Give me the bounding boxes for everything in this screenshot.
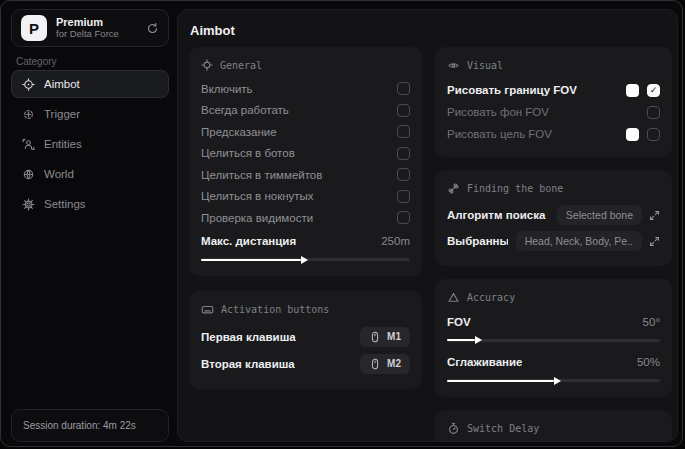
panel-finding-bone: Finding the bone Алгоритм поиска кост Se…: [435, 170, 672, 266]
panel-switch-delay-header: Switch Delay: [447, 422, 660, 435]
crosshair-icon: [201, 59, 213, 71]
draw-fov-background-label: Рисовать фон FOV: [447, 106, 549, 118]
sidebar-item-label: World: [44, 168, 74, 180]
keybind-value: M2: [387, 358, 401, 369]
slider-fill: [201, 259, 301, 261]
setting-label: Проверка видимости: [201, 212, 313, 224]
smoothing-row: Сглаживание 50%: [447, 352, 660, 374]
sidebar-item-entities[interactable]: Entities: [11, 130, 169, 158]
selected-bones-control: Head, Neck, Body, Pe..: [516, 231, 660, 251]
slider-fill: [447, 380, 554, 382]
max-distance-slider[interactable]: [201, 255, 410, 264]
smoothing-slider[interactable]: [447, 376, 660, 385]
fov-label: FOV: [447, 316, 471, 328]
target-teammates-checkbox[interactable]: [397, 168, 410, 181]
premium-title: Premium: [56, 16, 137, 29]
target-bots-checkbox[interactable]: [397, 147, 410, 160]
panel-visual-header: Visual: [447, 59, 660, 72]
target-knocked-checkbox[interactable]: [397, 190, 410, 203]
expand-icon[interactable]: [649, 236, 660, 247]
draw-fov-background-row: Рисовать фон FOV: [447, 101, 660, 123]
visibility-check-checkbox[interactable]: [397, 211, 410, 224]
smoothing-value: 50%: [637, 356, 660, 368]
draw-fov-border-row: Рисовать границу FOV: [447, 79, 660, 101]
premium-card: P Premium for Delta Force: [11, 9, 169, 47]
second-key-row: Вторая клавиша M2: [201, 350, 410, 377]
right-column: Visual Рисовать границу FOV Рисовать фон…: [435, 47, 672, 442]
entities-icon: [22, 138, 35, 151]
enable-checkbox[interactable]: [397, 82, 410, 95]
expand-icon[interactable]: [649, 210, 660, 221]
draw-fov-border-checkbox[interactable]: [647, 84, 660, 97]
second-key-bind-button[interactable]: M2: [360, 354, 410, 374]
trigger-icon: [22, 108, 35, 121]
category-label: Category: [16, 56, 57, 67]
sidebar-item-label: Entities: [44, 138, 82, 150]
setting-label: Целиться в нокнутых: [201, 190, 314, 202]
mouse-icon: [369, 331, 381, 343]
left-column: General Включить Всегда работать Предска…: [189, 47, 422, 442]
draw-fov-target-checkbox[interactable]: [647, 128, 660, 141]
setting-row-always-work: Всегда работать: [201, 100, 410, 122]
page-title: Aimbot: [190, 23, 677, 38]
setting-row-prediction: Предсказание: [201, 121, 410, 143]
fov-slider[interactable]: [447, 336, 660, 345]
prediction-checkbox[interactable]: [397, 125, 410, 138]
bone-algorithm-control: Selected bone: [557, 205, 660, 225]
bone-algorithm-row: Алгоритм поиска кост Selected bone: [447, 202, 660, 228]
settings-gear-icon: [22, 198, 35, 211]
fov-target-controls: [626, 128, 660, 141]
panel-accuracy-header: Accuracy: [447, 291, 660, 304]
draw-fov-target-label: Рисовать цель FOV: [447, 128, 552, 140]
fov-row: FOV 50°: [447, 311, 660, 333]
panel-header-label: Switch Delay: [467, 423, 539, 434]
first-key-bind-button[interactable]: M1: [360, 327, 410, 347]
sidebar-item-settings[interactable]: Settings: [11, 190, 169, 218]
sidebar-item-label: Aimbot: [44, 78, 80, 90]
sidebar-item-aimbot[interactable]: Aimbot: [11, 70, 169, 98]
setting-label: Включить: [201, 83, 253, 95]
max-distance-value: 250m: [381, 235, 410, 247]
setting-label: Целиться в тиммейтов: [201, 169, 322, 181]
sidebar-item-trigger[interactable]: Trigger: [11, 100, 169, 128]
app-window: P Premium for Delta Force Category: [0, 0, 683, 447]
setting-row-target-teammates: Целиться в тиммейтов: [201, 164, 410, 186]
premium-logo: P: [21, 15, 47, 41]
always-work-checkbox[interactable]: [397, 104, 410, 117]
draw-fov-background-checkbox[interactable]: [647, 106, 660, 119]
world-globe-icon: [22, 168, 35, 181]
keybind-value: M1: [387, 331, 401, 342]
panel-switch-delay: Switch Delay Задержка переключения Задер…: [435, 410, 672, 442]
mouse-icon: [369, 358, 381, 370]
second-key-label: Вторая клавиша: [201, 358, 295, 370]
panel-general: General Включить Всегда работать Предска…: [189, 47, 422, 276]
bone-algorithm-select[interactable]: Selected bone: [557, 205, 642, 225]
fov-border-controls: [626, 84, 660, 97]
draw-fov-border-label: Рисовать границу FOV: [447, 84, 577, 96]
selected-bones-label: Выбранные кос: [447, 235, 508, 247]
session-duration-text: Session duration: 4m 22s: [23, 420, 136, 431]
selected-bones-select[interactable]: Head, Neck, Body, Pe..: [516, 231, 642, 251]
panel-header-label: Visual: [467, 60, 503, 71]
bone-algorithm-label: Алгоритм поиска кост: [447, 209, 549, 221]
max-distance-label: Макс. дистанция: [201, 235, 296, 247]
keyboard-icon: [201, 303, 214, 316]
fov-target-color-swatch[interactable]: [626, 128, 639, 141]
first-key-row: Первая клавиша M1: [201, 323, 410, 350]
max-distance-row: Макс. дистанция 250m: [201, 231, 410, 253]
panel-general-header: General: [201, 59, 410, 71]
bone-icon: [447, 182, 460, 195]
session-duration: Session duration: 4m 22s: [11, 409, 169, 442]
panel-visual: Visual Рисовать границу FOV Рисовать фон…: [435, 47, 672, 157]
eye-icon: [447, 59, 460, 72]
setting-row-enable: Включить: [201, 78, 410, 100]
sidebar-menu: Aimbot Trigger Entities: [11, 70, 169, 218]
panel-header-label: General: [220, 60, 262, 71]
panel-activation-header: Activation buttons: [201, 303, 410, 316]
sidebar-item-world[interactable]: World: [11, 160, 169, 188]
fov-border-color-swatch[interactable]: [626, 84, 639, 97]
sync-icon[interactable]: [146, 22, 159, 35]
draw-fov-target-row: Рисовать цель FOV: [447, 123, 660, 145]
panel-header-label: Activation buttons: [221, 304, 329, 315]
setting-row-target-knocked: Целиться в нокнутых: [201, 186, 410, 208]
